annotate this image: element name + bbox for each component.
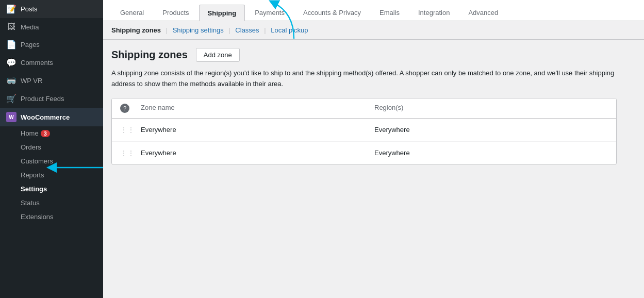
sidebar-sub-reports[interactable]: Reports [0, 168, 103, 182]
header-regions: Region(s) [374, 104, 608, 113]
separator-3: | [264, 26, 266, 34]
woo-logo: W [6, 112, 16, 122]
help-icon[interactable]: ? [120, 104, 129, 113]
separator-2: | [228, 26, 230, 34]
sidebar: 📝 Posts 🖼 Media 📄 Pages 💬 Comments 🥽 WP … [0, 0, 103, 298]
tabs-bar: General Products Shipping Payments Accou… [103, 0, 644, 21]
separator-1: | [166, 26, 168, 34]
zones-table: ? Zone name Region(s) ⋮⋮ Everywhere Ever… [111, 98, 617, 165]
sidebar-sub-status[interactable]: Status [0, 196, 103, 210]
add-zone-button[interactable]: Add zone [196, 48, 240, 62]
tab-shipping[interactable]: Shipping [199, 5, 245, 21]
media-icon: 🖼 [6, 22, 16, 31]
sub-nav: Shipping zones | Shipping settings | Cla… [103, 21, 644, 40]
zone-name-1: Everywhere [141, 126, 374, 134]
section-title: Shipping zones [111, 49, 188, 61]
tab-products[interactable]: Products [154, 4, 197, 21]
sidebar-sub-settings[interactable]: Settings [0, 182, 103, 196]
region-2: Everywhere [374, 149, 608, 157]
sub-nav-local-pickup[interactable]: Local pickup [271, 26, 308, 34]
sub-nav-shipping-settings[interactable]: Shipping settings [173, 26, 224, 34]
sidebar-woocommerce-header[interactable]: W WooCommerce [0, 108, 103, 126]
zone-name-2: Everywhere [141, 149, 374, 157]
pages-icon: 📄 [6, 40, 16, 49]
header-zone-name: Zone name [141, 104, 374, 113]
tab-advanced[interactable]: Advanced [459, 4, 507, 21]
sidebar-item-posts[interactable]: 📝 Posts [0, 0, 103, 18]
tab-emails[interactable]: Emails [371, 4, 408, 21]
sidebar-item-wpvr[interactable]: 🥽 WP VR [0, 72, 103, 90]
table-header: ? Zone name Region(s) [112, 98, 616, 119]
sidebar-sub-home[interactable]: Home3 [0, 126, 103, 140]
sidebar-item-media[interactable]: 🖼 Media [0, 18, 103, 36]
table-row[interactable]: ⋮⋮ Everywhere Everywhere [112, 142, 616, 164]
sidebar-item-product-feeds[interactable]: 🛒 Product Feeds [0, 90, 103, 108]
region-1: Everywhere [374, 126, 608, 134]
header-drag: ? [120, 104, 141, 113]
wpvr-icon: 🥽 [6, 76, 16, 86]
sub-nav-active: Shipping zones [111, 26, 161, 34]
home-badge: 3 [41, 130, 50, 137]
main-content: General Products Shipping Payments Accou… [103, 0, 644, 298]
sidebar-sub-extensions[interactable]: Extensions [0, 210, 103, 224]
posts-icon: 📝 [6, 4, 16, 14]
table-row[interactable]: ⋮⋮ Everywhere Everywhere [112, 119, 616, 142]
drag-handle-1[interactable]: ⋮⋮ [120, 126, 141, 134]
sidebar-sub-orders[interactable]: Orders [0, 140, 103, 154]
drag-handle-2[interactable]: ⋮⋮ [120, 149, 141, 157]
sub-nav-classes[interactable]: Classes [235, 26, 259, 34]
tab-integration[interactable]: Integration [409, 4, 458, 21]
page-content: Shipping zones Add zone A shipping zone … [103, 40, 644, 173]
sidebar-item-pages[interactable]: 📄 Pages [0, 36, 103, 54]
tab-accounts-privacy[interactable]: Accounts & Privacy [294, 4, 370, 21]
sidebar-item-comments[interactable]: 💬 Comments [0, 54, 103, 72]
product-feeds-icon: 🛒 [6, 94, 16, 104]
tab-payments[interactable]: Payments [246, 4, 293, 21]
tab-general[interactable]: General [111, 4, 153, 21]
sidebar-sub-customers[interactable]: Customers [0, 154, 103, 168]
comments-icon: 💬 [6, 58, 16, 68]
section-description: A shipping zone consists of the region(s… [111, 68, 617, 90]
section-header: Shipping zones Add zone [111, 48, 636, 62]
